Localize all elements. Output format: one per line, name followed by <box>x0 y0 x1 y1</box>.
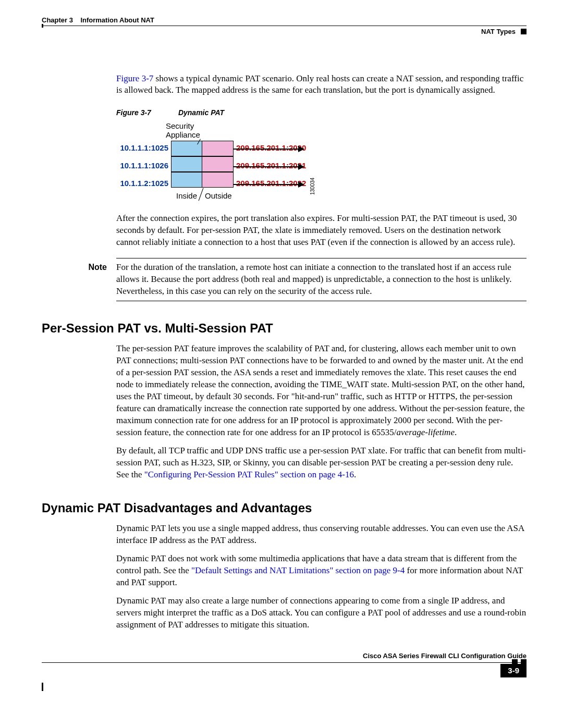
box-inside-2 <box>171 156 202 172</box>
arrow-3 <box>234 184 304 185</box>
appliance-label: Security Appliance <box>166 122 200 139</box>
per-session-para-2: By default, all TCP traffic and UDP DNS … <box>116 445 527 481</box>
note-rule-top <box>116 258 527 258</box>
figure-number: Figure 3-7 <box>116 108 176 118</box>
inside-outside-divider-icon <box>199 188 204 201</box>
note-rule-bottom <box>116 301 527 301</box>
per-session-p1-text: The per-session PAT feature improves the… <box>116 343 525 437</box>
section-right: NAT Types <box>481 27 516 36</box>
dyn-pat-para-2: Dynamic PAT does not work with some mult… <box>116 553 527 589</box>
figure-id-number: 130034 <box>309 178 316 195</box>
header-right: NAT Types <box>481 27 527 36</box>
ip-left-2: 10.1.1.1:1026 <box>116 161 168 171</box>
intro-text: shows a typical dynamic PAT scenario. On… <box>116 73 523 95</box>
footer: Cisco ASA Series Firewall CLI Configurat… <box>42 662 527 689</box>
figure-diagram: Security Appliance 10.1.1.1:1025 209.165… <box>116 122 351 205</box>
note-body: For the duration of the translation, a r… <box>116 262 527 298</box>
arrow-1 <box>234 149 304 150</box>
footer-guide-title: Cisco ASA Series Firewall CLI Configurat… <box>363 651 527 661</box>
note-block: Note For the duration of the translation… <box>116 262 527 298</box>
note-label: Note <box>77 262 116 298</box>
figure-3-7-link[interactable]: Figure 3-7 <box>116 73 153 83</box>
box-outside-3 <box>202 172 234 188</box>
box-row-3 <box>171 172 234 188</box>
figure-caption: Figure 3-7 Dynamic PAT <box>116 108 527 118</box>
intro-paragraph: Figure 3-7 shows a typical dynamic PAT s… <box>116 73 527 97</box>
default-settings-link[interactable]: "Default Settings and NAT Limitations" s… <box>191 565 405 575</box>
per-session-rules-link[interactable]: "Configuring Per-Session PAT Rules" sect… <box>144 470 354 479</box>
inside-label: Inside <box>176 191 197 201</box>
arrow-2 <box>234 166 304 167</box>
per-session-p2-tail: . <box>354 470 356 479</box>
per-session-para-1: The per-session PAT feature improves the… <box>116 343 527 439</box>
dyn-pat-para-1: Dynamic PAT lets you use a single mapped… <box>116 523 527 547</box>
header-rule-tick <box>42 24 43 28</box>
footer-left-tick-icon <box>42 683 43 691</box>
footer-page-number: 3-9 <box>500 664 527 677</box>
after-figure-paragraph: After the connection expires, the port t… <box>116 213 527 249</box>
box-outside-2 <box>202 156 234 172</box>
header-rule <box>42 26 527 26</box>
ip-left-1: 10.1.1.1:1025 <box>116 143 168 153</box>
box-inside-3 <box>171 172 202 188</box>
box-row-2 <box>171 156 234 172</box>
chapter-label: Chapter 3 <box>42 16 73 24</box>
ip-left-3: 10.1.1.2:1025 <box>116 178 168 189</box>
chapter-title: Information About NAT <box>80 16 154 24</box>
dyn-pat-para-3: Dynamic PAT may also create a large numb… <box>116 595 527 631</box>
box-row-1 <box>171 141 234 156</box>
heading-per-session: Per-Session PAT vs. Multi-Session PAT <box>42 320 527 337</box>
box-outside-1 <box>202 141 234 156</box>
appliance-line1: Security <box>166 121 194 130</box>
avg-lifetime-italic: average-lifetime <box>397 427 455 437</box>
figure-title: Dynamic PAT <box>178 108 224 117</box>
appliance-line2: Appliance <box>166 130 200 139</box>
per-session-p1-tail: . <box>455 427 457 437</box>
outside-label: Outside <box>205 191 232 201</box>
heading-dynamic-pat-adv: Dynamic PAT Disadvantages and Advantages <box>42 500 527 516</box>
header-square-icon <box>521 29 527 34</box>
